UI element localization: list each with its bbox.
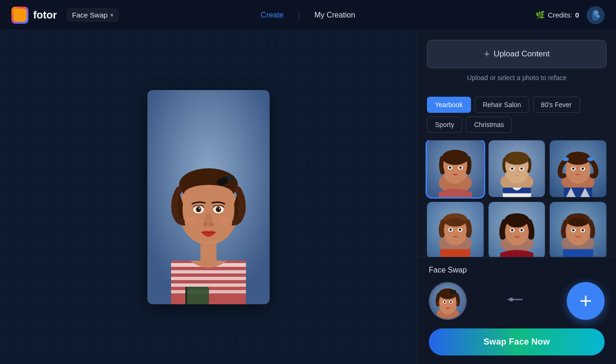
right-sidebar: + Upload Content Upload or select a phot… xyxy=(417,30,616,364)
credits-count: 0 xyxy=(575,11,579,19)
create-link[interactable]: Create xyxy=(261,11,283,19)
photo-grid xyxy=(427,140,607,258)
upload-content-button[interactable]: + Upload Content xyxy=(427,40,607,68)
svg-point-33 xyxy=(210,223,214,227)
svg-rect-13 xyxy=(171,277,246,280)
svg-point-111 xyxy=(438,301,444,306)
svg-point-106 xyxy=(452,291,455,293)
svg-point-31 xyxy=(219,208,220,209)
svg-point-32 xyxy=(203,223,207,227)
svg-point-84 xyxy=(507,218,526,228)
svg-point-74 xyxy=(446,218,465,227)
logo-text: fotor xyxy=(33,9,57,21)
svg-point-53 xyxy=(511,167,513,170)
grid-item-6[interactable] xyxy=(550,202,607,259)
svg-point-68 xyxy=(582,167,584,170)
nav-right: 🌿 Credits: 0 xyxy=(535,6,605,24)
svg-rect-37 xyxy=(185,287,187,304)
nav-divider xyxy=(299,10,299,20)
svg-point-64 xyxy=(569,155,588,163)
style-tag-christmas[interactable]: Christmas xyxy=(466,117,512,133)
svg-point-114 xyxy=(509,298,513,301)
user-avatar[interactable] xyxy=(587,6,605,24)
svg-point-78 xyxy=(459,228,461,231)
style-tag-yearbook[interactable]: Yearbook xyxy=(427,97,471,113)
nav-center: Create My Creation xyxy=(261,10,355,20)
style-tag-80s-fever[interactable]: 80's Fever xyxy=(533,97,580,113)
svg-point-46 xyxy=(459,166,462,169)
svg-point-62 xyxy=(562,157,569,161)
face-swap-nav[interactable]: Face Swap ▾ xyxy=(66,8,119,22)
svg-point-42 xyxy=(445,156,466,164)
credits-area: 🌿 Credits: 0 xyxy=(535,10,579,19)
svg-rect-12 xyxy=(171,270,246,273)
svg-point-55 xyxy=(520,167,523,170)
grid-item-4[interactable] xyxy=(427,202,484,259)
upload-subtitle: Upload or select a photo to reface xyxy=(427,74,607,82)
chevron-down-icon: ▾ xyxy=(110,12,113,18)
svg-point-86 xyxy=(511,229,513,231)
svg-rect-0 xyxy=(13,9,27,22)
swap-face-now-button[interactable]: Swap Face Now xyxy=(429,328,605,355)
svg-point-35 xyxy=(218,217,230,225)
plus-icon: + xyxy=(484,49,490,59)
svg-point-66 xyxy=(572,167,575,170)
face-swap-title: Face Swap xyxy=(429,266,605,274)
swap-arrow-icon xyxy=(474,295,559,307)
svg-point-110 xyxy=(450,301,452,303)
face-swap-controls xyxy=(429,282,605,320)
svg-rect-14 xyxy=(171,283,246,287)
svg-rect-36 xyxy=(185,287,209,304)
grid-item-1[interactable] xyxy=(427,140,484,197)
grid-item-2[interactable] xyxy=(489,140,545,197)
logo-icon xyxy=(11,7,28,24)
credits-label: Credits: xyxy=(548,11,572,19)
grid-item-5[interactable] xyxy=(489,202,545,259)
svg-point-6 xyxy=(596,12,597,13)
svg-point-23 xyxy=(184,185,233,204)
svg-point-27 xyxy=(199,208,200,209)
style-tags-container: Yearbook Rehair Salon 80's Fever Sporty … xyxy=(417,97,616,140)
navbar: fotor Face Swap ▾ Create My Creation 🌿 C… xyxy=(0,0,616,30)
face-swap-label: Face Swap xyxy=(72,11,108,19)
main-photo-card xyxy=(147,90,270,304)
face-swap-panel: Face Swap xyxy=(417,257,616,364)
svg-point-97 xyxy=(582,229,584,231)
svg-point-51 xyxy=(507,156,526,164)
face-source-circle xyxy=(429,282,467,320)
svg-point-112 xyxy=(452,301,458,306)
face-target-add-button[interactable] xyxy=(567,282,605,320)
grid-item-3[interactable] xyxy=(550,140,607,197)
svg-point-108 xyxy=(444,301,445,303)
svg-point-22 xyxy=(223,178,228,182)
svg-point-88 xyxy=(520,229,523,231)
upload-button-label: Upload Content xyxy=(494,49,550,59)
main-content: + Upload Content Upload or select a phot… xyxy=(0,30,616,364)
logo-area: fotor xyxy=(11,7,57,24)
svg-point-34 xyxy=(187,217,199,225)
svg-point-93 xyxy=(569,218,588,227)
style-tag-sporty[interactable]: Sporty xyxy=(427,117,462,133)
left-panel xyxy=(0,30,417,364)
sidebar-top: + Upload Content Upload or select a phot… xyxy=(417,30,616,97)
svg-point-44 xyxy=(449,166,451,169)
style-tag-rehair-salon[interactable]: Rehair Salon xyxy=(475,97,529,113)
svg-point-63 xyxy=(587,157,594,161)
svg-point-95 xyxy=(572,229,575,231)
svg-point-76 xyxy=(449,228,452,231)
my-creation-link[interactable]: My Creation xyxy=(314,11,355,19)
credits-leaf-icon: 🌿 xyxy=(535,10,545,19)
